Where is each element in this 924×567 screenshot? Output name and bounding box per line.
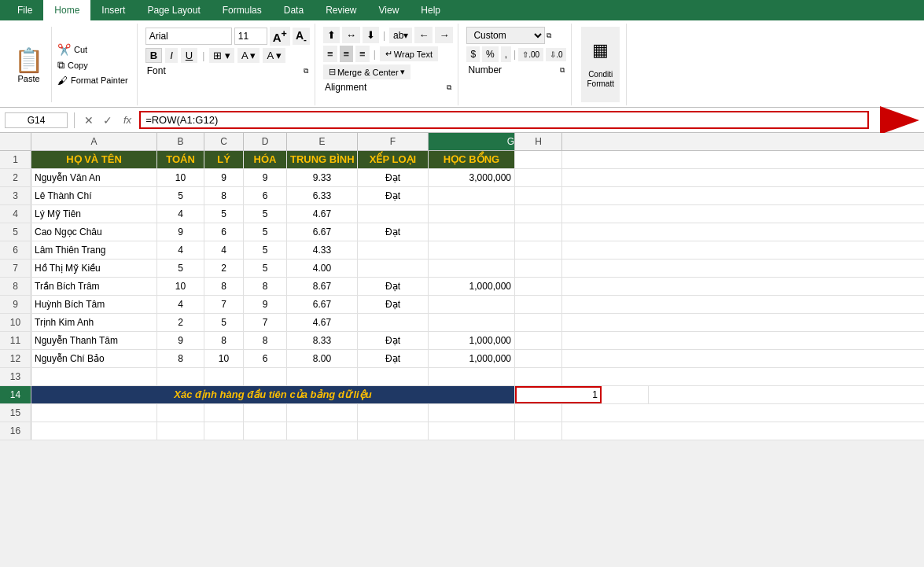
col-header-a[interactable]: A (31, 133, 157, 150)
cell-b9[interactable]: 4 (157, 296, 204, 313)
decrease-decimal-button[interactable]: ⇩.0 (546, 48, 566, 61)
col-header-c[interactable]: C (204, 133, 244, 150)
cell-a7[interactable]: Hồ Thị Mỹ Kiều (31, 260, 157, 277)
formula-input[interactable] (139, 111, 869, 129)
cell-d6[interactable]: 5 (244, 241, 287, 259)
cell-c15[interactable] (204, 404, 244, 422)
cell-h15[interactable] (515, 404, 562, 422)
cell-e12[interactable]: 8.00 (287, 350, 358, 367)
cell-g11[interactable]: 1,000,000 (429, 332, 515, 349)
cell-e13[interactable] (287, 368, 358, 385)
cell-h4[interactable] (515, 205, 562, 223)
row-num-1[interactable]: 1 (0, 151, 31, 168)
cell-h14[interactable] (602, 386, 649, 403)
cell-d11[interactable]: 8 (244, 332, 287, 349)
align-center-button[interactable]: ≡ (340, 46, 354, 62)
fill-color-button[interactable]: A ▾ (237, 48, 260, 63)
cancel-formula-button[interactable]: ✕ (81, 114, 97, 127)
cell-h1[interactable] (515, 151, 562, 168)
col-header-b[interactable]: B (157, 133, 204, 150)
cell-f11[interactable]: Đạt (358, 332, 429, 349)
cell-h8[interactable] (515, 278, 562, 295)
tab-help[interactable]: Help (410, 0, 451, 20)
cell-e9[interactable]: 6.67 (287, 296, 358, 313)
font-color-button[interactable]: A ▾ (263, 48, 285, 63)
cell-a11[interactable]: Nguyễn Thanh Tâm (31, 332, 157, 349)
row-num-10[interactable]: 10 (0, 314, 31, 331)
cell-a13[interactable] (31, 368, 157, 385)
cell-a3[interactable]: Lê Thành Chí (31, 187, 157, 204)
cell-b1[interactable]: TOÁN (157, 151, 204, 168)
col-header-e[interactable]: E (287, 133, 358, 150)
align-top-button[interactable]: ⬆ (323, 27, 340, 43)
cell-h2[interactable] (515, 169, 562, 186)
cell-a9[interactable]: Huỳnh Bích Tâm (31, 296, 157, 313)
number-format-select[interactable]: Custom (466, 27, 545, 44)
cell-g15[interactable] (429, 404, 515, 422)
tab-file[interactable]: File (6, 0, 43, 20)
cell-b8[interactable]: 10 (157, 278, 204, 295)
cell-f9[interactable]: Đạt (358, 296, 429, 313)
confirm-formula-button[interactable]: ✓ (100, 114, 116, 127)
cell-d2[interactable]: 9 (244, 169, 287, 186)
bold-button[interactable]: B (145, 48, 162, 63)
cell-g3[interactable] (429, 187, 515, 204)
cell-b7[interactable]: 5 (157, 260, 204, 277)
cell-b3[interactable]: 5 (157, 187, 204, 204)
cell-e8[interactable]: 8.67 (287, 278, 358, 295)
copy-button[interactable]: ⧉ Copy (55, 58, 131, 72)
dollar-button[interactable]: $ (466, 46, 480, 62)
number-group-expand[interactable]: ⧉ (560, 66, 565, 75)
row-num-16[interactable]: 16 (0, 422, 31, 440)
cell-c8[interactable]: 8 (204, 278, 244, 295)
cell-g10[interactable] (429, 314, 515, 331)
cell-h3[interactable] (515, 187, 562, 204)
cell-g13[interactable] (429, 368, 515, 385)
cell-g7[interactable] (429, 260, 515, 277)
cell-d1[interactable]: HÓA (244, 151, 287, 168)
cell-d10[interactable]: 7 (244, 314, 287, 331)
cell-b15[interactable] (157, 404, 204, 422)
row-num-7[interactable]: 7 (0, 260, 31, 277)
tab-insert[interactable]: Insert (90, 0, 136, 20)
increase-decimal-button[interactable]: ⇧.00 (518, 48, 543, 61)
cell-c2[interactable]: 9 (204, 169, 244, 186)
cell-c13[interactable] (204, 368, 244, 385)
cell-b13[interactable] (157, 368, 204, 385)
cell-d3[interactable]: 6 (244, 187, 287, 204)
italic-button[interactable]: I (165, 48, 178, 63)
cell-c11[interactable]: 8 (204, 332, 244, 349)
cell-b16[interactable] (157, 422, 204, 440)
cell-e10[interactable]: 4.67 (287, 314, 358, 331)
comma-button[interactable]: , (501, 46, 511, 62)
align-left-button[interactable]: ≡ (323, 46, 337, 62)
tab-data[interactable]: Data (273, 0, 315, 20)
row-num-3[interactable]: 3 (0, 187, 31, 204)
col-header-h[interactable]: H (515, 133, 562, 150)
cell-b11[interactable]: 9 (157, 332, 204, 349)
cell-h6[interactable] (515, 241, 562, 259)
cell-e4[interactable]: 4.67 (287, 205, 358, 223)
row-num-6[interactable]: 6 (0, 241, 31, 259)
cell-h11[interactable] (515, 332, 562, 349)
cell-a10[interactable]: Trịnh Kim Anh (31, 314, 157, 331)
cell-ref-box[interactable] (5, 112, 68, 128)
cell-f3[interactable]: Đạt (358, 187, 429, 204)
align-right-button[interactable]: ≡ (355, 46, 370, 62)
font-group-expand[interactable]: ⧉ (304, 67, 308, 75)
cell-b6[interactable]: 4 (157, 241, 204, 259)
cell-e1[interactable]: TRUNG BÌNH (287, 151, 358, 168)
cell-c4[interactable]: 5 (204, 205, 244, 223)
cell-a4[interactable]: Lý Mỹ Tiên (31, 205, 157, 223)
col-header-g[interactable]: G (429, 133, 515, 150)
cell-a1[interactable]: HỌ VÀ TÊN (31, 151, 157, 168)
tab-formulas[interactable]: Formulas (212, 0, 273, 20)
cell-g9[interactable] (429, 296, 515, 313)
cell-g8[interactable]: 1,000,000 (429, 278, 515, 295)
font-name-input[interactable] (145, 28, 232, 45)
cell-d9[interactable]: 9 (244, 296, 287, 313)
cell-b5[interactable]: 9 (157, 223, 204, 241)
cell-b2[interactable]: 10 (157, 169, 204, 186)
cell-e16[interactable] (287, 422, 358, 440)
conditional-formatting-button[interactable]: ▦ ConditiFormatt (581, 27, 619, 102)
